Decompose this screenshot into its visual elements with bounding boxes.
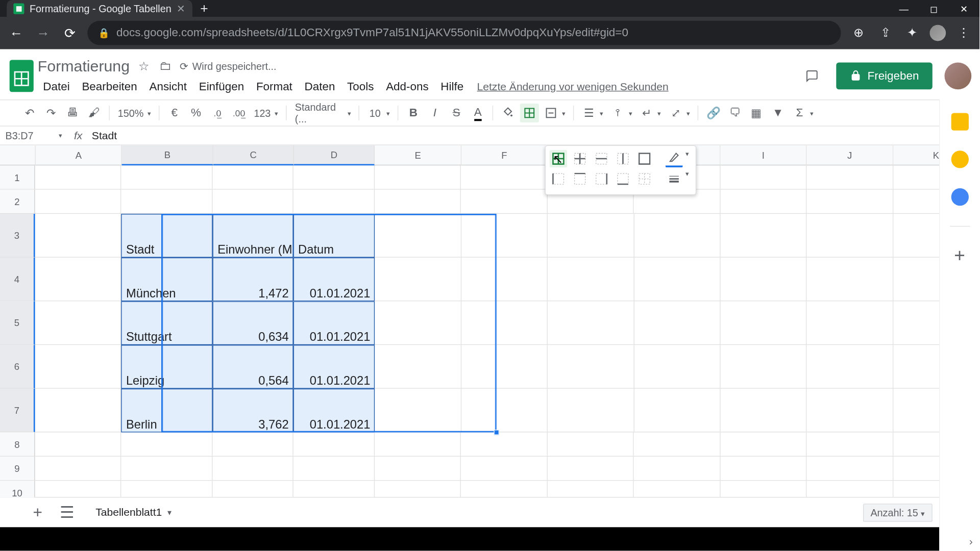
decrease-decimal-button[interactable]: .0̲ bbox=[208, 104, 227, 122]
cell-C8[interactable] bbox=[213, 432, 293, 456]
cell-I2[interactable] bbox=[720, 190, 806, 214]
percent-button[interactable]: % bbox=[187, 104, 206, 122]
paint-format-button[interactable]: 🖌 bbox=[85, 104, 104, 122]
add-sheet-button[interactable]: + bbox=[27, 502, 48, 523]
cell-D2[interactable] bbox=[293, 190, 375, 214]
cell-A4[interactable] bbox=[35, 258, 121, 302]
side-panel-toggle[interactable]: › bbox=[969, 535, 973, 547]
cell-B10[interactable] bbox=[121, 481, 213, 497]
zoom-icon[interactable]: ⊕ bbox=[849, 26, 868, 40]
cell-I1[interactable] bbox=[720, 165, 806, 189]
filter-button[interactable]: ▼ bbox=[769, 104, 788, 122]
col-header-E[interactable]: E bbox=[375, 145, 461, 166]
col-header-D[interactable]: D bbox=[293, 145, 375, 166]
chevron-down-icon[interactable]: ▾ bbox=[348, 109, 351, 116]
cell-A8[interactable] bbox=[35, 432, 121, 456]
selection-count[interactable]: Anzahl: 15 ▾ bbox=[863, 504, 933, 522]
border-clear-button[interactable] bbox=[636, 170, 653, 187]
row-header-6[interactable]: 6 bbox=[0, 345, 35, 389]
cell-F10[interactable] bbox=[461, 481, 547, 497]
cell-I3[interactable] bbox=[720, 214, 806, 258]
cell-H10[interactable] bbox=[634, 481, 720, 497]
cell-C7[interactable]: 3,762 bbox=[213, 389, 293, 433]
cell-J6[interactable] bbox=[807, 345, 893, 389]
cell-E5[interactable] bbox=[375, 301, 461, 345]
chevron-down-icon[interactable]: ▾ bbox=[685, 170, 689, 187]
h-align-button[interactable]: ☰ bbox=[579, 104, 598, 122]
cell-I9[interactable] bbox=[720, 457, 806, 481]
row-header-8[interactable]: 8 bbox=[0, 432, 35, 456]
col-header-F[interactable]: F bbox=[461, 145, 548, 166]
border-inner-button[interactable] bbox=[571, 150, 589, 167]
cell-C9[interactable] bbox=[213, 457, 293, 481]
cell-A3[interactable] bbox=[35, 214, 121, 258]
cell-I6[interactable] bbox=[720, 345, 806, 389]
cell-H7[interactable] bbox=[634, 389, 720, 433]
chevron-down-icon[interactable]: ▾ bbox=[562, 109, 566, 116]
cell-A9[interactable] bbox=[35, 457, 121, 481]
cell-F6[interactable] bbox=[461, 345, 548, 389]
cell-G4[interactable] bbox=[548, 258, 634, 302]
cell-B2[interactable] bbox=[121, 190, 213, 214]
cell-E10[interactable] bbox=[375, 481, 461, 497]
close-tab-icon[interactable]: ✕ bbox=[177, 3, 185, 15]
italic-button[interactable]: I bbox=[426, 104, 445, 122]
cell-D5[interactable]: 01.01.2021 bbox=[293, 301, 375, 345]
cell-A6[interactable] bbox=[35, 345, 121, 389]
redo-button[interactable]: ↷ bbox=[42, 104, 61, 122]
select-all-corner[interactable] bbox=[0, 145, 36, 166]
fill-color-button[interactable] bbox=[499, 104, 518, 122]
wrap-button[interactable]: ↵ bbox=[638, 104, 656, 122]
cell-I4[interactable] bbox=[720, 258, 806, 302]
cell-E3[interactable] bbox=[375, 214, 461, 258]
row-header-10[interactable]: 10 bbox=[0, 481, 35, 497]
cell-C10[interactable] bbox=[213, 481, 293, 497]
chevron-down-icon[interactable]: ▾ bbox=[687, 109, 690, 116]
number-format-button[interactable]: 123 bbox=[251, 107, 274, 118]
cell-D1[interactable] bbox=[293, 165, 375, 189]
border-top-button[interactable] bbox=[571, 170, 589, 187]
col-header-J[interactable]: J bbox=[807, 145, 893, 166]
chevron-down-icon[interactable]: ▾ bbox=[386, 109, 390, 116]
cell-H8[interactable] bbox=[634, 432, 720, 456]
close-window-button[interactable]: ✕ bbox=[949, 0, 979, 17]
chevron-down-icon[interactable]: ▾ bbox=[685, 150, 689, 167]
cell-J9[interactable] bbox=[806, 457, 893, 481]
chevron-down-icon[interactable]: ▾ bbox=[629, 109, 632, 116]
border-right-button[interactable] bbox=[593, 170, 610, 187]
undo-button[interactable]: ↶ bbox=[20, 104, 39, 122]
cell-F4[interactable] bbox=[461, 258, 548, 302]
currency-button[interactable]: € bbox=[165, 104, 184, 122]
comment-history-icon[interactable] bbox=[800, 64, 824, 88]
new-tab-button[interactable]: + bbox=[192, 1, 216, 16]
cell-A2[interactable] bbox=[35, 190, 121, 214]
menu-tools[interactable]: Tools bbox=[342, 79, 379, 95]
cell-I10[interactable] bbox=[720, 481, 806, 497]
sheets-logo[interactable] bbox=[6, 56, 38, 96]
cell-F1[interactable] bbox=[461, 165, 547, 189]
forward-button[interactable]: → bbox=[34, 25, 53, 40]
cell-D7[interactable]: 01.01.2021 bbox=[293, 389, 375, 433]
border-all-button[interactable] bbox=[550, 150, 567, 167]
border-horizontal-button[interactable] bbox=[593, 150, 610, 167]
cell-I5[interactable] bbox=[720, 301, 806, 345]
borders-button[interactable] bbox=[520, 104, 539, 122]
address-bar[interactable]: 🔒 docs.google.com/spreadsheets/d/1L0CRXr… bbox=[87, 21, 841, 45]
menu-hilfe[interactable]: Hilfe bbox=[435, 79, 469, 95]
cell-H3[interactable] bbox=[634, 214, 720, 258]
cell-I8[interactable] bbox=[720, 432, 806, 456]
menu-datei[interactable]: Datei bbox=[38, 79, 75, 95]
link-button[interactable]: 🔗 bbox=[704, 104, 723, 122]
increase-decimal-button[interactable]: .00̲ bbox=[230, 104, 249, 122]
row-header-2[interactable]: 2 bbox=[0, 190, 35, 214]
cell-A10[interactable] bbox=[35, 481, 121, 497]
cell-B3[interactable]: Stadt bbox=[121, 214, 213, 258]
menu-add-ons[interactable]: Add-ons bbox=[381, 79, 434, 95]
cell-J8[interactable] bbox=[806, 432, 893, 456]
reload-button[interactable]: ⟳ bbox=[61, 25, 80, 41]
share-icon[interactable]: ⇪ bbox=[876, 26, 895, 40]
cell-F8[interactable] bbox=[461, 432, 547, 456]
tasks-addon-icon[interactable] bbox=[951, 188, 968, 206]
cell-D6[interactable]: 01.01.2021 bbox=[293, 345, 375, 389]
col-header-C[interactable]: C bbox=[213, 145, 293, 166]
